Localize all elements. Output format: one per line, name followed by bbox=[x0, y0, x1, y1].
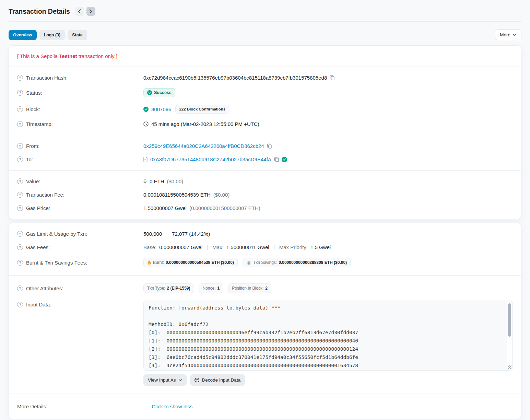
burnt-badge: Burnt: 0.000000000000504539 ETH ($0.00) bbox=[143, 258, 238, 267]
transaction-fee-eth: 0.000108115500504539 ETH bbox=[143, 192, 211, 198]
position-in-block-value: 2 bbox=[265, 286, 268, 291]
help-icon[interactable]: ? bbox=[17, 285, 23, 291]
show-less-link[interactable]: — Click to show less bbox=[143, 404, 192, 409]
copy-icon bbox=[274, 157, 279, 162]
block-number-link[interactable]: 3007096 bbox=[151, 106, 171, 112]
chevron-right-icon bbox=[89, 9, 92, 13]
help-icon[interactable]: ? bbox=[17, 244, 23, 250]
page: Transaction Details Overview Logs (3) St… bbox=[0, 0, 530, 420]
from-row: ? From: 0x259c49E65644a020C2A642260a4ffB… bbox=[17, 139, 513, 153]
input-data-box[interactable]: Function: forward(address to,bytes data)… bbox=[143, 301, 513, 371]
status-label: Status: bbox=[26, 90, 42, 96]
copy-to-address-button[interactable] bbox=[274, 157, 279, 162]
help-icon[interactable]: ? bbox=[17, 143, 23, 149]
txn-savings-badge-value: 0.000000000000288308 ETH ($0.00) bbox=[279, 260, 347, 265]
block-confirmations-badge: 222 Block Confirmations bbox=[175, 105, 229, 114]
to-address-link[interactable]: 0xA3f07D6773514480b918C2742b027b3acD9E44… bbox=[150, 156, 271, 162]
next-transaction-button[interactable] bbox=[86, 7, 95, 16]
copy-icon bbox=[330, 75, 334, 80]
block-label: Block: bbox=[26, 106, 40, 112]
clock-icon bbox=[143, 121, 149, 127]
show-less-text: Click to show less bbox=[152, 404, 192, 409]
tx-hash-row: ? Transaction Hash: 0xc72d984ccac6190b5f… bbox=[17, 71, 513, 84]
decode-input-data-label: Decode Input Data bbox=[202, 377, 241, 383]
value-label: Value: bbox=[26, 178, 40, 184]
tab-logs[interactable]: Logs (3) bbox=[39, 30, 65, 40]
help-icon[interactable]: ? bbox=[17, 302, 23, 307]
transaction-summary-card: [ This is a Sepolia Testnet transaction … bbox=[9, 45, 521, 219]
status-badge-text: Success bbox=[154, 90, 172, 95]
gas-limit-label: Gas Limit & Usage by Txn: bbox=[26, 231, 87, 237]
help-icon[interactable]: ? bbox=[17, 121, 23, 127]
ethereum-icon bbox=[143, 179, 147, 184]
transaction-fee-row: ? Transaction Fee: 0.000108115500504539 … bbox=[17, 188, 513, 201]
notice-testnet: Testnet bbox=[59, 53, 77, 59]
scrollbar-track[interactable] bbox=[507, 302, 512, 370]
max-priority-fee-value: 1.5 Gwei bbox=[310, 244, 331, 250]
hash-status-section: ? Transaction Hash: 0xc72d984ccac6190b5f… bbox=[9, 67, 521, 135]
view-input-as-button[interactable]: View Input As bbox=[143, 374, 187, 386]
page-title: Transaction Details bbox=[9, 8, 70, 15]
position-in-block-label: Position In Block: bbox=[232, 286, 263, 291]
tab-overview[interactable]: Overview bbox=[9, 30, 37, 40]
value-row: ? Value: 0 ETH ($0.00) bbox=[17, 175, 513, 188]
help-icon[interactable]: ? bbox=[17, 178, 23, 184]
help-icon[interactable]: ? bbox=[17, 75, 23, 81]
max-priority-fee-label: Max Priority: bbox=[279, 244, 308, 250]
gas-price-gwei: 1.500000007 Gwei bbox=[143, 205, 187, 211]
help-icon[interactable]: ? bbox=[17, 231, 23, 237]
help-icon[interactable]: ? bbox=[17, 90, 23, 96]
block-row: ? Block: 3007096 222 Block Confirmations bbox=[17, 101, 513, 117]
divider bbox=[207, 245, 208, 250]
check-circle-icon bbox=[147, 90, 152, 95]
timestamp-row: ? Timestamp: 45 mins ago (Mar-02-2023 12… bbox=[17, 117, 513, 131]
burnt-badge-value: 0.000000000000504539 ETH ($0.00) bbox=[166, 260, 234, 265]
help-icon[interactable]: ? bbox=[17, 156, 23, 162]
previous-transaction-button[interactable] bbox=[75, 7, 84, 16]
gas-limit-value: 500,000 bbox=[143, 231, 162, 237]
gas-section: ? Gas Limit & Usage by Txn: 500,000 72,0… bbox=[9, 223, 521, 276]
more-details-row: More Details: — Click to show less bbox=[17, 398, 513, 415]
scrollbar-thumb[interactable] bbox=[508, 303, 511, 337]
attributes-input-section: ? Other Attributes: Txn Type: 2 (EIP-155… bbox=[9, 276, 521, 394]
notice-suffix: transaction only ] bbox=[77, 53, 118, 59]
more-details-section: More Details: — Click to show less bbox=[9, 394, 521, 419]
divider bbox=[274, 245, 274, 250]
minus-icon: — bbox=[143, 404, 149, 409]
tab-state[interactable]: State bbox=[68, 30, 87, 40]
status-badge: Success bbox=[143, 88, 175, 97]
transaction-details-card: ? Gas Limit & Usage by Txn: 500,000 72,0… bbox=[9, 223, 521, 419]
more-dropdown-button[interactable]: More bbox=[495, 30, 521, 40]
burnt-badge-label: Burnt: bbox=[153, 260, 164, 265]
copy-tx-hash-button[interactable] bbox=[330, 75, 334, 80]
nonce-label: Nonce: bbox=[203, 286, 216, 291]
timestamp-label: Timestamp: bbox=[26, 121, 53, 127]
nonce-badge: Nonce: 1 bbox=[199, 283, 224, 293]
other-attributes-label: Other Attributes: bbox=[26, 285, 63, 291]
page-header: Transaction Details bbox=[9, 0, 521, 21]
max-fee-value: 1.500000011 Gwei bbox=[226, 244, 269, 250]
resize-handle[interactable] bbox=[508, 365, 511, 369]
to-row: ? To: 0xA3f07D6773514480b918C2742b027b3a… bbox=[17, 153, 513, 166]
help-icon[interactable]: ? bbox=[17, 260, 23, 266]
help-icon[interactable]: ? bbox=[17, 106, 23, 112]
more-dropdown-label: More bbox=[500, 32, 510, 37]
money-wings-icon bbox=[246, 260, 251, 265]
tab-list: Overview Logs (3) State bbox=[9, 30, 87, 40]
verified-check-icon bbox=[282, 157, 287, 162]
decode-input-data-button[interactable]: Decode Input Data bbox=[190, 374, 245, 386]
from-to-section: ? From: 0x259c49E65644a020C2A642260a4ffB… bbox=[9, 135, 521, 171]
transaction-fee-usd: ($0.00) bbox=[213, 192, 230, 198]
contract-file-icon bbox=[143, 157, 148, 162]
copy-from-address-button[interactable] bbox=[267, 143, 272, 149]
help-icon[interactable]: ? bbox=[17, 205, 23, 211]
help-icon[interactable]: ? bbox=[17, 192, 23, 198]
chevron-down-icon bbox=[179, 379, 182, 381]
chevron-left-icon bbox=[78, 9, 81, 13]
from-label: From: bbox=[26, 143, 39, 149]
gas-price-eth: (0.000000001500000007 ETH) bbox=[189, 205, 260, 211]
txn-savings-badge: Txn Savings: 0.000000000000288308 ETH ($… bbox=[243, 258, 351, 267]
from-address-link[interactable]: 0x259c49E65644a020C2A642260a4ffB0CD862cb… bbox=[143, 143, 264, 149]
gas-fees-row: ? Gas Fees: Base: 0.000000007 Gwei Max: … bbox=[17, 241, 513, 254]
value-usd: ($0.00) bbox=[167, 178, 184, 184]
